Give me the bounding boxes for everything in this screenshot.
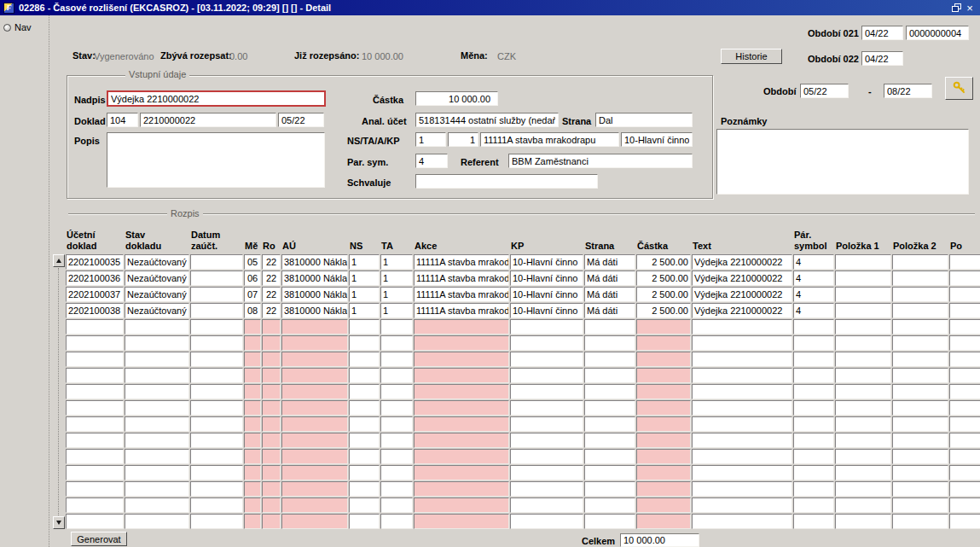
cell-akce[interactable]: [414, 449, 509, 464]
cell-stav_dokladu[interactable]: [125, 384, 189, 399]
cell-me[interactable]: [244, 352, 261, 367]
popis-textarea[interactable]: [107, 132, 325, 188]
cell-ro[interactable]: [262, 465, 281, 480]
cell-stav_dokladu[interactable]: [125, 352, 189, 367]
cell-kp[interactable]: [510, 433, 583, 448]
cell-po[interactable]: [949, 319, 980, 335]
cell-stav_dokladu[interactable]: [125, 400, 189, 416]
cell-au[interactable]: 3810000 Nákla: [281, 303, 348, 318]
cell-text[interactable]: Výdejka 2210000022: [692, 254, 792, 270]
cell-ro[interactable]: [262, 498, 281, 513]
cell-strana[interactable]: [584, 449, 635, 464]
cell-stav_dokladu[interactable]: [125, 449, 189, 464]
ta-field[interactable]: [448, 132, 478, 147]
cell-ns[interactable]: [349, 384, 380, 399]
cell-text[interactable]: [692, 319, 792, 335]
cell-polozka1[interactable]: [835, 271, 891, 286]
cell-me[interactable]: [244, 335, 261, 351]
cell-datum_zauct[interactable]: [190, 335, 243, 351]
cell-par_symbol[interactable]: [793, 514, 834, 529]
cell-me[interactable]: [244, 481, 261, 497]
cell-polozka2[interactable]: [892, 352, 948, 367]
cell-ro[interactable]: [262, 319, 281, 335]
cell-strana[interactable]: [584, 319, 635, 335]
cell-polozka1[interactable]: [835, 449, 891, 464]
cell-ns[interactable]: [349, 335, 380, 351]
cell-me[interactable]: [244, 400, 261, 416]
cell-po[interactable]: [949, 498, 980, 513]
cell-polozka2[interactable]: [892, 400, 948, 416]
cell-text[interactable]: [692, 433, 792, 448]
cell-castka[interactable]: [636, 400, 691, 416]
cell-ta[interactable]: [380, 449, 413, 464]
cell-po[interactable]: [949, 352, 980, 367]
cell-kp[interactable]: 10-Hlavní činno: [510, 271, 583, 286]
cell-text[interactable]: [692, 465, 792, 480]
cell-strana[interactable]: [584, 465, 635, 480]
cell-stav_dokladu[interactable]: [125, 335, 189, 351]
cell-au[interactable]: 3810000 Nákla: [281, 287, 348, 302]
cell-po[interactable]: [949, 335, 980, 351]
cell-datum_zauct[interactable]: [190, 449, 243, 464]
cell-par_symbol[interactable]: [793, 498, 834, 513]
cell-polozka1[interactable]: [835, 335, 891, 351]
cell-ucetni_doklad[interactable]: [66, 465, 124, 480]
cell-akce[interactable]: [414, 465, 509, 480]
cell-datum_zauct[interactable]: [190, 481, 243, 497]
cell-par_symbol[interactable]: [793, 352, 834, 367]
cell-castka[interactable]: 2 500.00: [636, 287, 691, 302]
cell-au[interactable]: [281, 319, 348, 335]
cell-po[interactable]: [949, 433, 980, 448]
cell-ta[interactable]: [380, 481, 413, 497]
cell-ro[interactable]: [262, 481, 281, 497]
cell-text[interactable]: [692, 400, 792, 416]
cell-castka[interactable]: [636, 465, 691, 480]
cell-polozka1[interactable]: [835, 433, 891, 448]
cell-akce[interactable]: 11111A stavba mrakod: [414, 254, 509, 270]
cell-po[interactable]: [949, 481, 980, 497]
cell-ns[interactable]: 1: [349, 271, 380, 286]
cell-par_symbol[interactable]: [793, 481, 834, 497]
cell-strana[interactable]: [584, 416, 635, 432]
cell-au[interactable]: [281, 384, 348, 399]
cell-akce[interactable]: [414, 368, 509, 383]
obdobi-to-field[interactable]: [884, 84, 932, 98]
cell-kp[interactable]: [510, 498, 583, 513]
poznamky-textarea[interactable]: [716, 129, 969, 195]
cell-akce[interactable]: [414, 352, 509, 367]
cell-ucetni_doklad[interactable]: [66, 368, 124, 383]
cell-polozka2[interactable]: [892, 303, 948, 318]
anal-ucet-field[interactable]: [415, 113, 559, 127]
cell-stav_dokladu[interactable]: [125, 416, 189, 432]
cell-polozka1[interactable]: [835, 384, 891, 399]
cell-text[interactable]: [692, 335, 792, 351]
cell-me[interactable]: [244, 319, 261, 335]
cell-ro[interactable]: [262, 335, 281, 351]
cell-strana[interactable]: [584, 498, 635, 513]
cell-ns[interactable]: [349, 433, 380, 448]
cell-kp[interactable]: [510, 465, 583, 480]
cell-me[interactable]: [244, 384, 261, 399]
cell-ucetni_doklad[interactable]: [66, 400, 124, 416]
doc-number-field[interactable]: [906, 26, 969, 40]
cell-me[interactable]: 05: [244, 254, 261, 270]
cell-datum_zauct[interactable]: [190, 465, 243, 480]
cell-ro[interactable]: 22: [262, 303, 281, 318]
cell-par_symbol[interactable]: [793, 384, 834, 399]
cell-strana[interactable]: Má dáti: [584, 271, 635, 286]
cell-stav_dokladu[interactable]: [125, 498, 189, 513]
cell-datum_zauct[interactable]: [190, 498, 243, 513]
celkem-field[interactable]: [620, 533, 699, 547]
cell-kp[interactable]: [510, 514, 583, 529]
cell-castka[interactable]: [636, 481, 691, 497]
cell-au[interactable]: [281, 416, 348, 432]
cell-ns[interactable]: 1: [349, 254, 380, 270]
cell-au[interactable]: [281, 481, 348, 497]
cell-ucetni_doklad[interactable]: [66, 416, 124, 432]
generovat-button[interactable]: Generovat: [71, 532, 127, 546]
cell-akce[interactable]: [414, 498, 509, 513]
cell-ta[interactable]: 1: [380, 271, 413, 286]
cell-kp[interactable]: [510, 400, 583, 416]
cell-akce[interactable]: [414, 481, 509, 497]
cell-ro[interactable]: [262, 416, 281, 432]
